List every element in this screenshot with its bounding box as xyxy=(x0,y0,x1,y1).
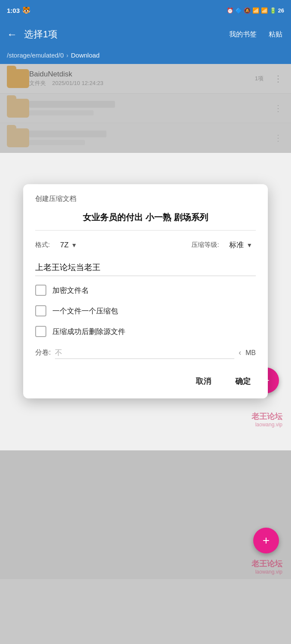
bottom-area: + 老王论坛 laowang.vip xyxy=(0,450,291,579)
delete-after-compress-label: 压缩成功后删除源文件 xyxy=(52,327,125,337)
app-bar-title: 选择1项 xyxy=(24,28,226,41)
breadcrumb-path[interactable]: /storage/emulated/0 xyxy=(7,52,64,59)
breadcrumb-separator: › xyxy=(67,52,69,59)
file-list-content: BaiduNetdisk 文件夹 2025/01/10 12:24:23 1项 … xyxy=(0,64,291,153)
fab-icon: + xyxy=(263,534,270,547)
split-unit: MB xyxy=(246,349,256,357)
alarm-icon: ⏰ xyxy=(227,7,233,14)
watermark-top: 老王论坛 xyxy=(252,559,282,569)
status-bar: 1:03 🐯 ⏰ 🔷 🔕 📶 📶 🔋 26 xyxy=(0,0,291,21)
encrypt-filename-row[interactable]: 加密文件名 xyxy=(35,285,256,296)
compress-level-label: 压缩等级: xyxy=(191,241,226,249)
breadcrumb-current[interactable]: Download xyxy=(71,52,100,59)
format-dropdown-arrow: ▼ xyxy=(71,242,77,249)
watermark: 老王论坛 laowang.vip xyxy=(252,559,282,575)
one-file-per-archive-checkbox[interactable] xyxy=(35,305,46,316)
watermark-top: 老王论坛 xyxy=(252,411,282,422)
back-button[interactable]: ← xyxy=(3,25,21,44)
watermark-bottom: laowang.vip xyxy=(252,569,282,575)
split-input[interactable] xyxy=(55,346,234,359)
format-select[interactable]: 7Z ▼ xyxy=(57,238,191,252)
breadcrumb: /storage/emulated/0 › Download xyxy=(0,48,291,64)
paste-button[interactable]: 粘贴 xyxy=(265,28,286,41)
bookmark-button[interactable]: 我的书签 xyxy=(226,28,260,41)
watermark-bottom: laowang.vip xyxy=(252,422,282,428)
battery-level: 26 xyxy=(278,7,284,14)
format-label: 格式: xyxy=(35,241,57,249)
dialog-title: 创建压缩文档 xyxy=(35,194,256,204)
delete-after-compress-row[interactable]: 压缩成功后删除源文件 xyxy=(35,326,256,337)
watermark: 老王论坛 laowang.vip xyxy=(252,411,282,428)
battery-icon: 🔋 xyxy=(270,7,276,14)
dialog-actions: 取消 确定 xyxy=(35,371,256,390)
cancel-button[interactable]: 取消 xyxy=(191,373,216,390)
archive-name-row xyxy=(35,259,256,276)
app-bar: ← 选择1项 我的书签 粘贴 xyxy=(0,21,291,48)
status-time: 1:03 xyxy=(7,7,20,14)
format-value: 7Z xyxy=(60,241,69,249)
fab-button[interactable]: + xyxy=(253,528,279,553)
dialog-filename: 女业务员的付出 小一熟 剧场系列 xyxy=(35,211,256,231)
app-bar-actions: 我的书签 粘贴 xyxy=(226,28,286,41)
encrypt-filename-checkbox[interactable] xyxy=(35,285,46,296)
compress-dropdown-arrow: ▼ xyxy=(246,242,252,249)
compress-value: 标准 xyxy=(229,240,244,250)
dim-overlay xyxy=(0,64,291,153)
format-row: 格式: 7Z ▼ 压缩等级: 标准 ▼ xyxy=(35,237,256,252)
split-arrow[interactable]: ‹ xyxy=(239,348,241,357)
one-file-per-archive-label: 一个文件一个压缩包 xyxy=(52,306,118,316)
wifi-icon: 📶 xyxy=(252,7,259,14)
signal-icon: 📶 xyxy=(261,7,268,14)
compress-select[interactable]: 标准 ▼ xyxy=(226,237,256,252)
delete-after-compress-checkbox[interactable] xyxy=(35,326,46,337)
status-bar-left: 1:03 🐯 xyxy=(7,6,30,14)
mute-icon: 🔕 xyxy=(244,7,251,14)
status-emoji: 🐯 xyxy=(22,6,30,14)
split-label: 分卷: xyxy=(35,348,51,357)
encrypt-filename-label: 加密文件名 xyxy=(52,286,89,295)
bluetooth-icon: 🔷 xyxy=(235,7,242,14)
confirm-button[interactable]: 确定 xyxy=(230,373,256,390)
file-list-bg: BaiduNetdisk 文件夹 2025/01/10 12:24:23 1项 … xyxy=(0,64,291,450)
archive-name-input[interactable] xyxy=(35,259,256,276)
one-file-per-archive-row[interactable]: 一个文件一个压缩包 xyxy=(35,305,256,316)
dialog: 创建压缩文档 女业务员的付出 小一熟 剧场系列 格式: 7Z ▼ 压缩等级: 标… xyxy=(23,184,268,398)
status-bar-right: ⏰ 🔷 🔕 📶 📶 🔋 26 xyxy=(227,7,284,14)
split-row: 分卷: ‹ MB xyxy=(35,346,256,361)
